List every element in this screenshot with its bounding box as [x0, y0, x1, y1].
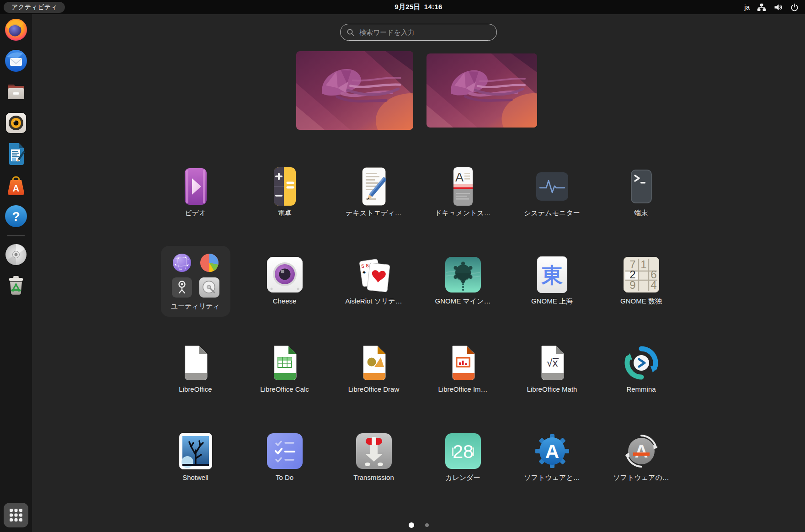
svg-text:A: A [13, 183, 19, 193]
app-label: LibreOffice Math [527, 385, 577, 393]
libreoffice-math-icon: √x [530, 345, 574, 381]
system-monitor-icon [530, 168, 574, 205]
workspace-thumbnail-2[interactable] [426, 53, 537, 128]
dock-item-firefox[interactable] [4, 18, 28, 42]
app-tile-gnome-sudoku[interactable]: 7 1 2 6 9 4 GNOME 数独 [597, 246, 686, 334]
app-tile-gnome-mines[interactable]: GNOME マイン… [418, 246, 507, 334]
dock-item-rhythmbox[interactable] [4, 111, 28, 135]
show-applications-button[interactable] [4, 503, 28, 527]
svg-text:28: 28 [453, 441, 474, 462]
dock-item-trash[interactable] [4, 274, 28, 298]
calendar-icon: 28 [441, 433, 485, 469]
search-input[interactable] [358, 28, 490, 37]
app-tile-libreoffice[interactable]: LibreOffice [151, 334, 240, 422]
software-updater-icon: A [619, 433, 663, 469]
disks-mini-icon [199, 277, 219, 298]
app-tile-remmina[interactable]: Remmina [597, 334, 686, 422]
app-tile-aisleriot[interactable]: 5 8 A ♠ AisleRiot ソリテ… [329, 246, 418, 334]
app-tile-libreoffice-math[interactable]: √x LibreOffice Math [507, 334, 597, 422]
dock-item-libreoffice-writer[interactable] [4, 142, 28, 166]
app-label: ソフトウェアと… [524, 473, 580, 482]
power-icon[interactable] [790, 3, 799, 12]
top-bar: アクティビティ 9月25日14:16 ja [0, 0, 805, 14]
app-label: Cheese [273, 297, 297, 305]
libreoffice-draw-icon [352, 345, 396, 381]
libreoffice-document-icon [174, 345, 218, 381]
keyboard-layout-indicator[interactable]: ja [744, 3, 750, 11]
app-tile-libreoffice-impress[interactable]: LibreOffice Im… [418, 334, 507, 422]
videos-icon [174, 168, 218, 205]
ubuntu-software-icon: A [4, 173, 28, 197]
files-folder-icon [4, 80, 28, 104]
help-icon: ? [4, 204, 28, 228]
app-tile-calculator[interactable]: 電卓 [240, 158, 329, 246]
app-label: LibreOffice Draw [348, 385, 399, 393]
page-dot-1[interactable] [409, 522, 414, 528]
cheese-camera-icon [263, 256, 307, 293]
app-tile-system-monitor[interactable]: システムモニター [507, 158, 597, 246]
thunderbird-icon [4, 49, 28, 73]
jellyfish-wallpaper [296, 51, 413, 130]
checklist-icon [263, 433, 307, 469]
app-tile-software-properties[interactable]: A ソフトウェアと… [507, 422, 597, 511]
calculator-icon [263, 168, 307, 205]
app-tile-videos[interactable]: ビデオ [151, 158, 240, 246]
app-label: LibreOffice [179, 385, 212, 393]
app-tile-calendar[interactable]: 28 カレンダー [418, 422, 507, 511]
activities-overview: ビデオ [32, 14, 805, 532]
app-tile-libreoffice-calc[interactable]: LibreOffice Calc [240, 334, 329, 422]
search-icon [347, 28, 355, 37]
app-label: GNOME 上海 [531, 297, 573, 306]
svg-text:A: A [455, 170, 463, 184]
clock-button[interactable]: 9月25日14:16 [32, 3, 805, 11]
app-label: テキストエディ… [346, 209, 401, 218]
workspace-thumbnail-1[interactable] [296, 51, 413, 130]
system-status-area[interactable]: ja [744, 0, 799, 14]
app-label: ドキュメントス… [435, 209, 490, 218]
photo-tree-icon [174, 433, 218, 469]
volume-icon[interactable] [773, 3, 783, 12]
app-label: カレンダー [445, 473, 480, 482]
app-tile-gnome-mahjongg[interactable]: 東 GNOME 上海 [507, 246, 597, 334]
download-arrow-icon [352, 433, 396, 469]
app-label: GNOME 数独 [620, 297, 662, 306]
jellyfish-wallpaper [426, 53, 537, 128]
dock-item-removable-media[interactable] [4, 243, 28, 266]
app-tile-software-updater[interactable]: A ソフトウェアの… [597, 422, 686, 511]
app-tile-cheese[interactable]: Cheese [240, 246, 329, 334]
app-tile-shotwell[interactable]: Shotwell [151, 422, 240, 511]
firefox-icon [4, 18, 28, 42]
dock-item-thunderbird[interactable] [4, 49, 28, 73]
app-tile-text-editor[interactable]: テキストエディ… [329, 158, 418, 246]
trash-icon [4, 274, 28, 298]
libreoffice-impress-icon [441, 345, 485, 381]
libreoffice-calc-icon [263, 345, 307, 381]
dock-item-ubuntu-software[interactable]: A [4, 173, 28, 197]
dock-item-files[interactable] [4, 80, 28, 104]
app-label: Transmission [353, 473, 394, 481]
dock-item-help[interactable]: ? [4, 204, 28, 228]
app-tile-utilities-folder[interactable]: ユーティリティ [151, 246, 240, 334]
app-tile-todo[interactable]: To Do [240, 422, 329, 511]
date-label: 9月25日 [395, 3, 421, 11]
folder-label: ユーティリティ [171, 302, 220, 311]
playing-cards-icon: 5 8 A ♠ [352, 256, 396, 293]
page-indicator [32, 522, 805, 528]
app-tile-terminal[interactable]: 端末 [597, 158, 686, 246]
network-wired-icon[interactable] [757, 3, 766, 12]
search-bar[interactable] [340, 24, 497, 41]
svg-text:9: 9 [629, 279, 635, 291]
app-label: 電卓 [278, 209, 292, 218]
remmina-remote-icon [619, 345, 663, 381]
app-tile-libreoffice-draw[interactable]: LibreOffice Draw [329, 334, 418, 422]
app-label: AisleRiot ソリテ… [345, 297, 402, 306]
svg-text:A: A [634, 441, 648, 461]
utilities-folder[interactable]: ユーティリティ [161, 246, 230, 317]
mahjongg-tile-icon: 東 [530, 256, 574, 293]
page-dot-2[interactable] [425, 523, 429, 527]
app-label: Shotwell [182, 473, 208, 481]
app-tile-transmission[interactable]: Transmission [329, 422, 418, 511]
dock: A ? [0, 14, 32, 532]
app-tile-document-scanner[interactable]: A ドキュメントス… [418, 158, 507, 246]
app-label: GNOME マイン… [435, 297, 491, 306]
